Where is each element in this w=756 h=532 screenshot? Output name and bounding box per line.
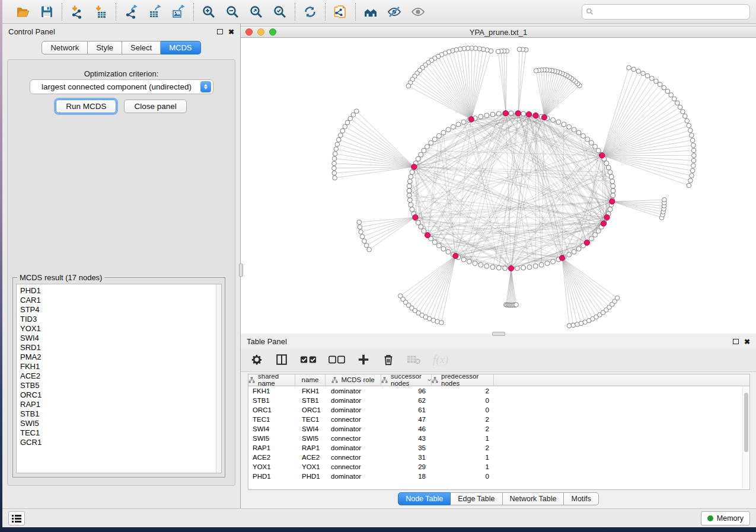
select-all-icon[interactable] bbox=[300, 352, 317, 367]
mcds-result-item[interactable]: PHD1 bbox=[20, 286, 221, 296]
table-scrollbar-thumb[interactable] bbox=[744, 393, 748, 452]
search-box bbox=[582, 4, 750, 20]
column-header-shared-name[interactable]: shared name bbox=[248, 374, 295, 386]
search-input[interactable] bbox=[596, 8, 746, 16]
criterion-select[interactable]: largest connected component (undirected) bbox=[30, 79, 213, 94]
memory-button[interactable]: Memory bbox=[701, 511, 750, 525]
mcds-result-item[interactable]: GCR1 bbox=[20, 438, 221, 447]
vertical-splitter-handle[interactable] bbox=[239, 264, 243, 277]
network-canvas[interactable] bbox=[241, 38, 756, 334]
table-scrollbar[interactable] bbox=[742, 387, 749, 489]
table-panel: Table Panel ✖ f(x) shared namenameMCDS r… bbox=[241, 334, 756, 508]
cell-name: RAP1 bbox=[295, 444, 326, 451]
mcds-result-item[interactable]: SWI5 bbox=[20, 419, 221, 428]
table-row[interactable]: SWI5SWI5connector431 bbox=[248, 434, 749, 443]
mcds-result-item[interactable]: RAP1 bbox=[20, 400, 221, 409]
cell-predecessor-nodes: 2 bbox=[432, 387, 494, 395]
import-network-icon[interactable] bbox=[69, 4, 85, 20]
tab-network-table[interactable]: Network Table bbox=[503, 492, 564, 505]
close-panel-button[interactable]: Close panel bbox=[124, 100, 186, 113]
table-toolbar: f(x) bbox=[241, 348, 756, 372]
zoom-in-icon[interactable] bbox=[201, 4, 216, 20]
cell-mcds-role: dominator bbox=[326, 397, 381, 404]
import-table-icon[interactable] bbox=[93, 4, 109, 20]
mcds-result-item[interactable]: SRD1 bbox=[20, 343, 221, 352]
table-row[interactable]: FKH1FKH1dominator962 bbox=[248, 386, 749, 396]
mcds-result-item[interactable]: CAR1 bbox=[20, 296, 221, 305]
horizontal-splitter-handle[interactable] bbox=[492, 332, 505, 336]
table-row[interactable]: RAP1RAP1dominator352 bbox=[248, 443, 749, 453]
tab-node-table[interactable]: Node Table bbox=[398, 492, 451, 505]
table-row[interactable]: TEC1TEC1connector472 bbox=[248, 415, 749, 424]
save-session-icon[interactable] bbox=[39, 4, 55, 20]
table-row[interactable]: YOX1YOX1connector291 bbox=[248, 462, 749, 472]
mcds-result-item[interactable]: STB5 bbox=[20, 381, 221, 390]
column-header-successor-nodes[interactable]: successor nodes bbox=[381, 374, 432, 386]
table-row[interactable]: STB1STB1dominator620 bbox=[248, 396, 749, 405]
tab-mcds[interactable]: MCDS bbox=[161, 41, 200, 55]
mcds-result-item[interactable]: YOX1 bbox=[20, 324, 221, 334]
table-row[interactable]: ACE2ACE2connector311 bbox=[248, 453, 749, 462]
mcds-result-item[interactable]: PMA2 bbox=[20, 352, 221, 362]
settings-gear-icon[interactable] bbox=[250, 352, 263, 367]
zoom-out-icon[interactable] bbox=[225, 4, 240, 20]
delete-row-icon[interactable] bbox=[382, 352, 395, 367]
open-session-icon[interactable] bbox=[15, 4, 31, 20]
hide-graphics-details-icon[interactable] bbox=[387, 4, 402, 20]
export-network-icon[interactable] bbox=[123, 4, 139, 20]
network-samples-home-icon[interactable] bbox=[363, 4, 378, 20]
table-row[interactable]: ORC1ORC1dominator610 bbox=[248, 405, 749, 415]
cell-shared-name: SWI5 bbox=[248, 435, 295, 442]
mcds-result-item[interactable]: TID3 bbox=[20, 315, 221, 324]
float-panel-icon[interactable] bbox=[217, 29, 223, 34]
mcds-result-item[interactable]: TEC1 bbox=[20, 428, 221, 438]
cell-predecessor-nodes: 0 bbox=[432, 473, 494, 480]
task-history-button[interactable] bbox=[8, 511, 25, 525]
tab-select[interactable]: Select bbox=[122, 41, 161, 55]
cell-name: PHD1 bbox=[295, 473, 326, 480]
close-table-panel-icon[interactable]: ✖ bbox=[744, 338, 750, 345]
export-image-icon[interactable] bbox=[171, 4, 186, 20]
close-panel-icon[interactable]: ✖ bbox=[228, 28, 234, 36]
column-header-name[interactable]: name bbox=[295, 374, 326, 386]
cell-name: SWI4 bbox=[295, 425, 326, 432]
cell-shared-name: SWI4 bbox=[248, 425, 295, 432]
export-table-icon[interactable] bbox=[147, 4, 162, 20]
tab-edge-table[interactable]: Edge Table bbox=[451, 492, 502, 505]
tab-motifs[interactable]: Motifs bbox=[564, 492, 598, 505]
deselect-all-icon[interactable] bbox=[328, 352, 345, 367]
column-header-predecessor-nodes[interactable]: predecessor nodes bbox=[432, 374, 494, 386]
cell-mcds-role: dominator bbox=[326, 444, 381, 451]
zoom-selected-icon[interactable] bbox=[272, 4, 288, 20]
mcds-result-list[interactable]: PHD1CAR1STP4TID3YOX1SWI4SRD1PMA2FKH1ACE2… bbox=[16, 284, 222, 473]
mcds-result-item[interactable]: FKH1 bbox=[20, 362, 221, 371]
share-network-document-icon[interactable] bbox=[333, 4, 348, 20]
mcds-result-item[interactable]: STP4 bbox=[20, 305, 221, 315]
cell-shared-name: PHD1 bbox=[248, 473, 295, 480]
tab-network[interactable]: Network bbox=[42, 41, 88, 55]
zoom-fit-icon[interactable] bbox=[248, 4, 264, 20]
column-header-mcds-role[interactable]: MCDS role bbox=[326, 374, 381, 386]
mcds-result-item[interactable]: SWI4 bbox=[20, 334, 221, 343]
network-window-titlebar[interactable]: YPA_prune.txt_1 bbox=[241, 26, 756, 38]
mcds-result-item[interactable]: ORC1 bbox=[20, 390, 221, 400]
birds-eye-view-icon[interactable] bbox=[410, 4, 426, 20]
add-row-icon[interactable] bbox=[357, 352, 370, 367]
table-header-row: shared namenameMCDS rolesuccessor nodesp… bbox=[248, 374, 749, 386]
cell-mcds-role: dominator bbox=[326, 406, 381, 414]
refresh-layout-icon[interactable] bbox=[302, 4, 318, 20]
float-table-panel-icon[interactable] bbox=[733, 339, 739, 344]
toggle-columns-icon[interactable] bbox=[275, 352, 288, 367]
network-graph[interactable] bbox=[241, 38, 756, 334]
search-icon bbox=[586, 8, 594, 15]
table-row[interactable]: PHD1PHD1dominator180 bbox=[248, 472, 749, 481]
mcds-result-item[interactable]: STB1 bbox=[20, 409, 221, 419]
cell-mcds-role: dominator bbox=[326, 473, 381, 480]
run-mcds-button[interactable]: Run MCDS bbox=[56, 100, 116, 113]
tab-style[interactable]: Style bbox=[88, 41, 122, 55]
mcds-result-item[interactable]: ACE2 bbox=[20, 371, 221, 381]
cell-shared-name: TEC1 bbox=[248, 416, 295, 423]
table-row[interactable]: SWI4SWI4dominator462 bbox=[248, 424, 749, 434]
mcds-list-scrollbar[interactable] bbox=[216, 284, 221, 473]
delete-table-icon bbox=[407, 352, 421, 367]
